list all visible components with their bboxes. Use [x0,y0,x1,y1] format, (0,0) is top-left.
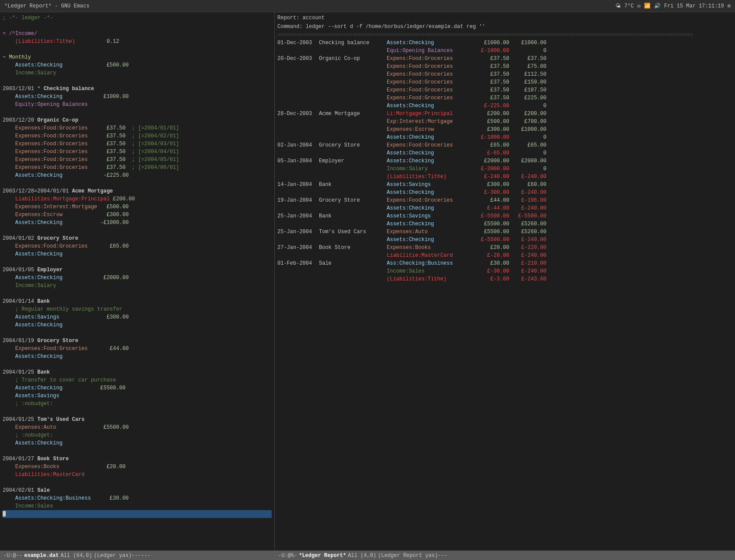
txn-20040125-bank-nobudget: ; :nobudget: [3,400,272,408]
report-row: Expens:Food:Groceries£37.50£75.00 [277,63,732,70]
report-row: Assets:Checking£-5500.00£-240.00 [277,236,732,244]
report-row: 19-Jan-2004Grocery StoreExpens:Food:Groc… [277,196,732,204]
txn-20031228-escrow: Expenses:Escrow £300.00 [3,211,272,219]
txn-20040125-cars-auto: Expenses:Auto £5500.00 [3,424,272,431]
txn-20031220: 2003/12/20 Organic Co-op [3,116,272,124]
blank-line-6 [3,227,272,234]
blank-line-2 [3,46,272,53]
txn-20031220-checking: Assets:Checking -£225.00 [3,172,272,179]
txn-20040119-checking: Assets:Checking [3,353,272,360]
report-row: Income:Sales£-30.00£-240.00 [277,267,732,275]
report-row: 01-Dec-2003Checking balanceAssets:Checki… [277,39,732,47]
report-row: Assets:Checking£5500.00£5260.00 [277,220,732,228]
report-row: 25-Jan-2004BankAssets:Savings£-5500.00£-… [277,212,732,220]
txn-20031220-g6: Expenses:Food:Groceries £37.50 ; [=2004/… [3,164,272,172]
status-bar: -U:@-- example.dat All (64,0) (Ledger ya… [0,550,735,560]
report-row: Expens:Food:Groceries£37.50£112.50 [277,70,732,78]
blank-line-1 [3,22,272,30]
report-row: 20-Dec-2003Organic Co-opExpens:Food:Groc… [277,55,732,63]
datetime: Fri 15 Mar 17:11:19 [664,3,724,9]
report-row: (Liabilities:Tithe)£-3.60£-243.60 [277,275,732,283]
blank-line-8 [3,290,272,298]
status-right-mode2: (Ledger Report yas)--- [378,553,732,559]
txn-20040105: 2004/01/05 Employer [3,266,272,274]
left-pane[interactable]: ; -*- ledger -*- = /^Income/ (Liabilitie… [0,12,275,550]
report-row: Assets:Checking£-44.00£-240.00 [277,204,732,212]
blank-line-12 [3,447,272,455]
txn-20031228: 2003/12/28=2004/01/01 Acme Mortgage [3,187,272,195]
txn-20040127: 2004/01/27 Book Store [3,455,272,463]
txn-20031201-checking: Assets:Checking £1000.00 [3,93,272,101]
code-comment-header: ; -*- ledger -*- [3,14,272,22]
report-row: 14-Jan-2004BankAssets:Savings£300.00£60.… [277,181,732,189]
report-row: Expens:Food:Groceries£37.50£150.00 [277,78,732,86]
network-icon: 📶 [644,3,651,9]
txn-20040114: 2004/01/14 Bank [3,298,272,305]
report-row: 27-Jan-2004Book StoreExpenses:Books£20.0… [277,244,732,252]
txn-20031201: 2003/12/01 * Checking balance [3,85,272,93]
status-left-file: example.dat [24,553,59,559]
weather-temp: 7°C [624,3,634,9]
txn-20040127-mastercard: Liabilities:MasterCard [3,471,272,479]
status-left: -U:@-- example.dat All (64,0) (Ledger ya… [0,551,275,560]
txn-20040119: 2004/01/19 Grocery Store [3,337,272,345]
section-income: = /^Income/ [3,30,272,38]
txn-20031220-g1: Expenses:Food:Groceries £37.50 ; [=2004/… [3,124,272,132]
blank-line-13 [3,479,272,486]
txn-20040125-cars: 2004/01/25 Tom's Used Cars [3,416,272,424]
txn-20040127-books: Expenses:Books £20.00 [3,463,272,471]
report-row: Income:Salary£-2000.000 [277,165,732,173]
txn-20040114-checking: Assets:Checking [3,321,272,329]
report-row: Expenses:Escrow£300.00£1000.00 [277,126,732,133]
report-row: Assets:Checking£-65.000 [277,149,732,157]
report-header1: Report: account [277,14,732,22]
txn-20040102: 2004/01/02 Grocery Store [3,234,272,242]
txn-20031201-equity: Equity:Opening Balances [3,101,272,108]
report-row: Assets:Checking£-300.00£-240.00 [277,189,732,196]
report-row: 05-Jan-2004EmployerAssets:Checking£2000.… [277,157,732,165]
report-row: Exp:Interest:Mortgage£500.00£700.00 [277,118,732,126]
report-row: Expens:Food:Groceries£37.50£225.00 [277,94,732,102]
window-title: *Ledger Report* - GNU Emacs [4,3,89,9]
txn-20040102-groceries: Expenses:Food:Groceries £65.00 [3,242,272,250]
txn-20040201-business: Assets:Checking:Business £30.00 [3,494,272,502]
title-bar-right: 🌤 7°C ✉ 📶 🔊 Fri 15 Mar 17:11:19 ⚙ [616,3,731,9]
blank-line-10 [3,360,272,368]
txn-20040125-cars-checking: Assets:Checking [3,439,272,447]
status-right-all: All (4,0) [348,553,376,559]
report-row: Assets:Checking£-1000.000 [277,133,732,141]
right-pane[interactable]: Report: account Command: ledger --sort d… [275,12,735,550]
weather-icon: 🌤 [616,3,621,9]
report-row: Expens:Food:Groceries£37.50£187.50 [277,86,732,94]
txn-20031228-principal: Liabilities:Mortgage:Principal £200.00 [3,195,272,203]
status-right: -U:@%- *Ledger Report* All (4,0) (Ledger… [275,551,735,560]
txn-20040125-bank: 2004/01/25 Bank [3,368,272,376]
blank-line-9 [3,329,272,337]
status-left-mode: -U:@-- [4,553,22,559]
report-row: 02-Jan-2004Grocery StoreExpens:Food:Groc… [277,141,732,149]
report-row: Assets:Checking£-225.000 [277,102,732,110]
report-row: 28-Dec-2003Acme MortgageLi:Mortgage:Prin… [277,110,732,118]
txn-20040102-checking: Assets:Checking [3,250,272,258]
report-separator: ========================================… [277,32,732,39]
txn-20040125-bank-checking: Assets:Checking £5500.00 [3,384,272,392]
txn-20040114-savings: Assets:Savings £300.00 [3,313,272,321]
blank-line-11 [3,408,272,416]
status-left-mode2: (Ledger yas)------ [94,553,271,559]
report-row: (Liabilities:Tithe)£-240.00£-240.00 [277,173,732,181]
tithe-account: (Liabilities:Tithe) 0.12 [3,38,272,46]
report-row: Liabilitie:MasterCard£-20.00£-240.00 [277,252,732,259]
blank-line-5 [3,179,272,187]
section-monthly: ~ Monthly [3,53,272,61]
status-right-mode: -U:@%- [278,553,297,559]
settings-icon[interactable]: ⚙ [728,3,731,9]
status-right-file: *Ledger Report* [299,553,346,559]
txn-20031220-g3: Expenses:Food:Groceries £37.50 ; [=2004/… [3,140,272,148]
txn-20040125-bank-savings: Assets:Savings [3,392,272,400]
title-bar: *Ledger Report* - GNU Emacs 🌤 7°C ✉ 📶 🔊 … [0,0,735,12]
monthly-salary: Income:Salary [3,69,272,77]
txn-20031228-interest: Expenses:Interest:Mortgage £500.00 [3,203,272,211]
txn-20031228-checking: Assets:Checking -£1000.00 [3,219,272,227]
txn-20040105-checking: Assets:Checking £2000.00 [3,274,272,282]
txn-20040201: 2004/02/01 Sale [3,486,272,494]
